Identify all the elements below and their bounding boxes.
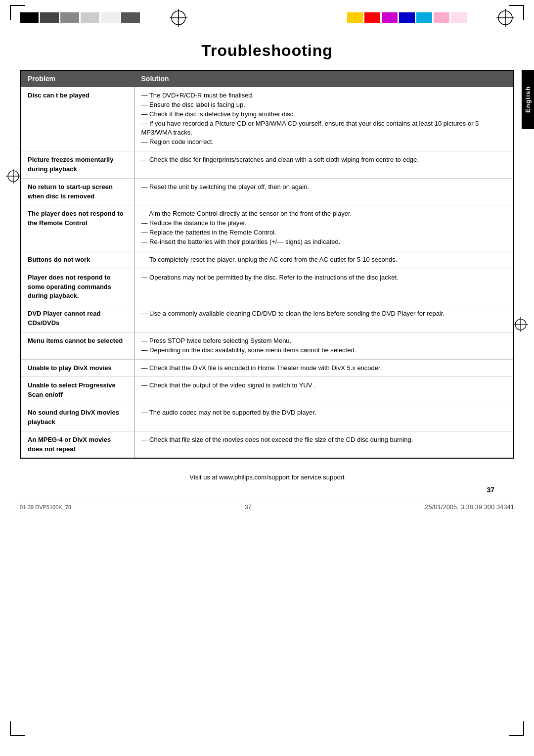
page-title-section: Troubleshooting [0,42,534,60]
page-title: Troubleshooting [0,42,534,60]
solution-cell-6: — Use a commonly available cleaning CD/D… [134,305,514,332]
footer-support: Visit us at www.philips.com/support for … [0,473,534,481]
color-block-3 [60,12,79,23]
color-block-2 [40,12,59,23]
table-row: DVD Player cannot read CDs/DVDs— Use a c… [20,305,514,332]
footer-right: 25/01/2005, 3:38 39 300 34341 [425,503,514,511]
color-block-r1 [347,12,363,23]
footer-bottom: 01-39 DVP5100K_78 37 25/01/2005, 3:38 39… [20,499,514,511]
solution-cell-8: — Check that the DivX file is encoded in… [134,359,514,377]
color-strip-right [347,12,467,23]
solution-cell-2: — Reset the unit by switching the player… [134,178,514,205]
solution-header: Solution [134,70,514,87]
problem-cell-6: DVD Player cannot read CDs/DVDs [20,305,134,332]
table-row: An MPEG-4 or DivX movies does not repeat… [20,431,514,458]
color-block-r2 [364,12,380,23]
color-block-r7 [451,12,467,23]
solution-cell-4: — To completely reset the player, unplug… [134,251,514,269]
problem-cell-9: Unable to select Progressive Scan on/off [20,377,134,404]
page-wrapper: Troubleshooting English Problem Solution [0,0,534,756]
problem-cell-3: The player does not respond to the Remot… [20,205,134,251]
solution-cell-3: — Aim the Remote Control directly at the… [134,205,514,251]
bottom-right-corner [509,721,524,736]
solution-cell-9: — Check that the output of the video sig… [134,377,514,404]
color-block-4 [81,12,99,23]
table-row: Unable to select Progressive Scan on/off… [20,377,514,404]
problem-cell-2: No return to start-up screen when disc i… [20,178,134,205]
solution-cell-11: — Check that file size of the movies doe… [134,431,514,458]
solution-cell-10: — The audio codec may not be supported b… [134,404,514,431]
support-text: Visit us at www.philips.com/support for … [189,473,344,481]
problem-cell-8: Unable to play DivX movies [20,359,134,377]
problem-cell-5: Player does not respond to some operatin… [20,269,134,305]
table-row: Picture freezes momentarily during playb… [20,151,514,179]
top-right-corner [509,5,524,20]
right-margin-crosshair-icon [513,317,528,332]
solution-cell-1: — Check the disc for fingerprints/scratc… [134,151,514,179]
table-row: Disc can t be played— The DVD+R/CD-R mus… [20,87,514,151]
problem-cell-0: Disc can t be played [20,87,134,151]
problem-cell-1: Picture freezes momentarily during playb… [20,151,134,179]
color-block-r5 [416,12,432,23]
problem-header: Problem [20,70,134,87]
troubleshoot-table: Problem Solution Disc can t be played— T… [20,70,514,459]
table-row: Player does not respond to some operatin… [20,269,514,305]
problem-cell-11: An MPEG-4 or DivX movies does not repeat [20,431,134,458]
color-block-r6 [434,12,449,23]
bottom-left-corner [10,721,25,736]
solution-cell-5: — Operations may not be permitted by the… [134,269,514,305]
table-row: Unable to play DivX movies— Check that t… [20,359,514,377]
color-block-6 [121,12,140,23]
color-block-5 [101,12,120,23]
problem-cell-10: No sound during DivX movies playback [20,404,134,431]
table-row: No return to start-up screen when disc i… [20,178,514,205]
table-row: The player does not respond to the Remot… [20,205,514,251]
problem-cell-4: Buttons do not work [20,251,134,269]
solution-cell-7: — Press STOP twice before selecting Syst… [134,332,514,359]
table-row: Menu items cannot be selected— Press STO… [20,332,514,359]
footer-center: 37 [245,504,251,511]
color-block-r4 [399,12,415,23]
top-left-corner [10,5,25,20]
left-margin-crosshair-icon [6,169,21,184]
page-number-section: 37 [0,486,494,494]
crosshair-left-icon [170,9,187,27]
page-number: 37 [487,486,494,494]
top-bar [0,0,534,27]
table-row: No sound during DivX movies playback— Th… [20,404,514,431]
color-block-r3 [382,12,398,23]
color-strip-left [20,12,140,23]
table-row: Buttons do not work— To completely reset… [20,251,514,269]
problem-cell-7: Menu items cannot be selected [20,332,134,359]
solution-cell-0: — The DVD+R/CD-R must be finalised.— Ens… [134,87,514,151]
english-tab: English [522,70,534,129]
content-area: English Problem Solution Disc can t be p… [20,70,514,459]
footer-left: 01-39 DVP5100K_78 [20,504,71,510]
